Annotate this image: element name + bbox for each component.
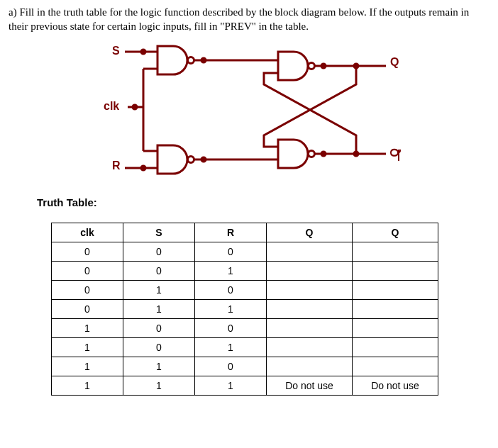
cell-r: 1 <box>195 338 267 357</box>
table-row: 100 <box>52 319 438 338</box>
svg-point-2 <box>141 50 145 54</box>
cell-q <box>267 338 353 357</box>
cell-qbar <box>353 338 438 357</box>
svg-point-17 <box>321 152 326 156</box>
col-header-r: R <box>195 223 267 242</box>
cell-s: 0 <box>123 319 195 338</box>
cell-clk: 1 <box>52 357 123 376</box>
cell-q: Do not use <box>267 376 353 396</box>
cell-q <box>267 319 353 338</box>
svg-point-13 <box>201 157 206 162</box>
col-header-qbar: Q <box>353 223 438 242</box>
col-header-clk: clk <box>52 223 123 242</box>
cell-clk: 0 <box>52 242 123 262</box>
cell-r: 1 <box>195 262 267 281</box>
cell-qbar <box>353 319 438 338</box>
svg-point-11 <box>201 58 206 62</box>
cell-r: 0 <box>195 357 267 376</box>
cell-qbar <box>353 262 438 281</box>
cell-s: 0 <box>123 262 195 281</box>
cell-clk: 0 <box>52 281 123 300</box>
cell-qbar: Do not use <box>353 376 438 396</box>
col-header-s: S <box>123 223 195 242</box>
cell-clk: 1 <box>52 319 123 338</box>
cell-clk: 0 <box>52 262 123 281</box>
truth-table-title: Truth Table: <box>37 196 489 208</box>
cell-s: 0 <box>123 242 195 262</box>
cell-s: 1 <box>123 357 195 376</box>
svg-point-15 <box>321 64 326 68</box>
table-row: 010 <box>52 281 438 300</box>
cell-s: 1 <box>123 300 195 319</box>
cell-q <box>267 357 353 376</box>
cell-qbar <box>353 300 438 319</box>
cell-r: 0 <box>195 281 267 300</box>
cell-r: 0 <box>195 242 267 262</box>
table-row: 011 <box>52 300 438 319</box>
table-row: 110 <box>52 357 438 376</box>
cell-q <box>267 300 353 319</box>
truth-table: clk S R Q Q 000001010011100101110111Do n… <box>51 223 438 396</box>
cell-r: 0 <box>195 319 267 338</box>
cell-s: 1 <box>123 281 195 300</box>
cell-qbar <box>353 281 438 300</box>
table-header-row: clk S R Q Q <box>52 223 438 242</box>
cell-s: 0 <box>123 338 195 357</box>
cell-clk: 1 <box>52 338 123 357</box>
cell-s: 1 <box>123 376 195 396</box>
circuit-diagram: S clk R Q Q <box>101 42 413 184</box>
cell-q <box>267 242 353 262</box>
cell-clk: 1 <box>52 376 123 396</box>
cell-r: 1 <box>195 300 267 319</box>
svg-point-4 <box>141 166 145 170</box>
cell-qbar <box>353 357 438 376</box>
table-row: 101 <box>52 338 438 357</box>
table-row: 111Do not useDo not use <box>52 376 438 396</box>
cell-r: 1 <box>195 376 267 396</box>
cell-qbar <box>353 242 438 262</box>
question-prompt: a) Fill in the truth table for the logic… <box>9 6 489 33</box>
table-row: 001 <box>52 262 438 281</box>
col-header-q: Q <box>267 223 353 242</box>
table-row: 000 <box>52 242 438 262</box>
svg-point-6 <box>133 105 137 109</box>
circuit-svg <box>101 42 413 184</box>
cell-q <box>267 281 353 300</box>
cell-q <box>267 262 353 281</box>
cell-clk: 0 <box>52 300 123 319</box>
